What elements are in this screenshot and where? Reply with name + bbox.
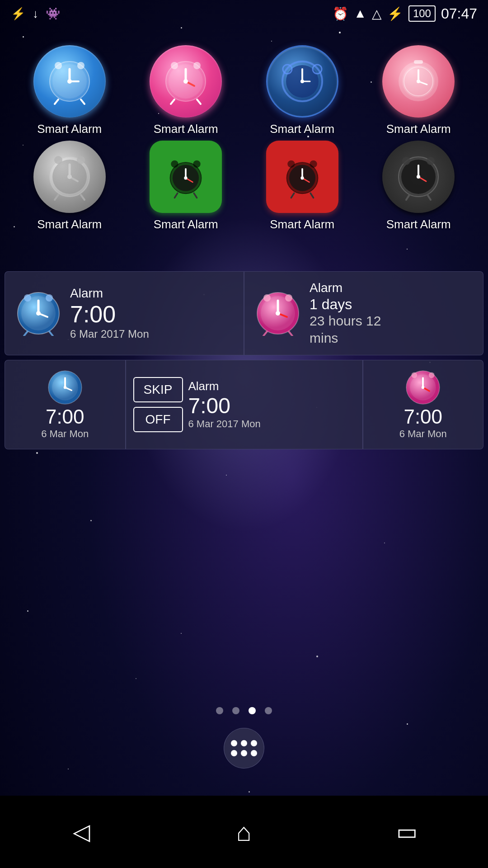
app-drawer-button[interactable] <box>224 728 264 769</box>
app-item-3[interactable]: Smart Alarm <box>363 45 475 136</box>
svg-point-90 <box>64 386 66 389</box>
app-label-6: Smart Alarm <box>270 217 334 231</box>
svg-point-24 <box>300 80 304 83</box>
widget-right-hours: 23 hours 12 <box>310 313 381 329</box>
svg-line-37 <box>81 195 84 200</box>
svg-line-72 <box>24 331 28 336</box>
svg-point-76 <box>36 311 41 316</box>
drawer-dot-1 <box>231 740 237 746</box>
wifi-icon: ▲ <box>354 6 366 21</box>
svg-point-85 <box>276 311 280 316</box>
recent-button[interactable]: ▭ <box>380 814 434 850</box>
svg-point-53 <box>310 160 317 168</box>
app-grid: Smart Alarm Smart Alarm <box>0 36 488 241</box>
svg-line-11 <box>171 99 174 104</box>
widget-alarm-right[interactable]: Alarm 1 days 23 hours 12 mins <box>244 271 483 355</box>
bolt-icon: ⚡ <box>387 6 403 21</box>
widget-right-mins: mins <box>310 330 381 346</box>
widget-left-text: Alarm 7:00 6 Mar 2017 Mon <box>70 286 149 340</box>
nav-bar: ◁ ⌂ ▭ <box>0 796 488 868</box>
app-item-5[interactable]: Smart Alarm <box>130 141 242 231</box>
svg-point-94 <box>429 372 435 378</box>
app-icon-7 <box>382 141 455 213</box>
svg-point-5 <box>77 62 84 69</box>
widget-small-left-time: 7:00 <box>46 406 84 428</box>
status-right-icons: ⏰ ▲ △ ⚡ 100 07:47 <box>333 5 477 22</box>
app-label-3: Smart Alarm <box>386 122 451 136</box>
app-item-7[interactable]: Smart Alarm <box>363 141 475 231</box>
app-item-2[interactable]: Smart Alarm <box>246 45 358 136</box>
app-label-2: Smart Alarm <box>270 122 334 136</box>
svg-point-62 <box>427 157 435 165</box>
widget-middle-title: Alarm <box>188 379 261 393</box>
page-dot-2[interactable] <box>249 707 256 714</box>
svg-line-2 <box>55 99 58 104</box>
widget-middle-text: Alarm 7:00 6 Mar 2017 Mon <box>188 379 261 430</box>
widget-row-bottom: 7:00 6 Mar Mon SKIP OFF Alarm 7:00 6 Mar… <box>5 360 483 449</box>
page-dot-0[interactable] <box>216 707 223 714</box>
app-item-0[interactable]: Smart Alarm <box>14 45 126 136</box>
off-button[interactable]: OFF <box>133 407 183 432</box>
svg-point-49 <box>184 176 188 179</box>
widget-small-right[interactable]: 7:00 6 Mar Mon <box>363 360 484 449</box>
widget-right-title: Alarm <box>310 281 381 295</box>
widget-small-left[interactable]: 7:00 6 Mar Mon <box>5 360 126 449</box>
svg-point-8 <box>67 79 72 84</box>
svg-line-64 <box>427 195 431 200</box>
back-button[interactable]: ◁ <box>54 814 108 850</box>
app-label-7: Smart Alarm <box>386 217 451 231</box>
svg-point-93 <box>412 372 418 378</box>
svg-line-36 <box>55 195 58 200</box>
svg-point-40 <box>67 175 72 179</box>
svg-line-45 <box>175 193 178 198</box>
drawer-dot-3 <box>251 740 257 746</box>
svg-point-4 <box>55 62 62 69</box>
drawer-dot-5 <box>241 750 247 756</box>
app-icon-5 <box>150 141 222 213</box>
svg-point-34 <box>54 156 62 164</box>
app-icon-0 <box>33 45 106 118</box>
android-icon: 👾 <box>46 7 60 21</box>
svg-point-79 <box>263 294 271 302</box>
app-item-4[interactable]: Smart Alarm <box>14 141 126 231</box>
widget-small-right-icon <box>405 369 441 406</box>
svg-line-3 <box>81 99 84 104</box>
svg-point-35 <box>77 156 85 164</box>
widget-small-left-date: 6 Mar Mon <box>41 428 89 440</box>
app-icon-4 <box>33 141 106 213</box>
svg-point-70 <box>24 294 31 302</box>
svg-point-52 <box>287 160 295 168</box>
widget-left-time: 7:00 <box>70 302 149 326</box>
home-button[interactable]: ⌂ <box>217 814 271 850</box>
skip-off-buttons: SKIP OFF <box>133 377 183 432</box>
widget-small-right-date: 6 Mar Mon <box>399 428 447 440</box>
widget-right-text: Alarm 1 days 23 hours 12 mins <box>310 281 381 346</box>
page-dot-3[interactable] <box>265 707 272 714</box>
app-label-0: Smart Alarm <box>37 122 102 136</box>
drawer-dot-4 <box>231 750 237 756</box>
svg-line-12 <box>197 99 201 104</box>
app-icon-2 <box>266 45 338 118</box>
signal-icon: △ <box>372 6 382 21</box>
svg-point-31 <box>417 80 420 83</box>
svg-line-55 <box>310 193 313 198</box>
page-dot-1[interactable] <box>232 707 239 714</box>
app-item-6[interactable]: Smart Alarm <box>246 141 358 231</box>
drawer-dot-2 <box>241 740 247 746</box>
widget-middle: SKIP OFF Alarm 7:00 6 Mar 2017 Mon <box>126 360 363 449</box>
page-dots <box>216 707 272 714</box>
widget-alarm-left[interactable]: Alarm 7:00 6 Mar 2017 Mon <box>5 271 244 355</box>
app-label-5: Smart Alarm <box>154 217 218 231</box>
widget-left-title: Alarm <box>70 286 149 301</box>
svg-line-81 <box>263 331 267 336</box>
status-bar: ⚡ ↓ 👾 ⏰ ▲ △ ⚡ 100 07:47 <box>0 0 488 27</box>
status-left-icons: ⚡ ↓ 👾 <box>11 7 60 21</box>
widget-left-date: 6 Mar 2017 Mon <box>70 328 149 340</box>
app-label-1: Smart Alarm <box>154 122 218 136</box>
skip-button[interactable]: SKIP <box>133 377 183 402</box>
svg-point-97 <box>422 386 424 389</box>
svg-point-44 <box>193 160 201 168</box>
svg-point-14 <box>193 62 201 69</box>
app-item-1[interactable]: Smart Alarm <box>130 45 242 136</box>
drawer-dot-6 <box>251 750 257 756</box>
